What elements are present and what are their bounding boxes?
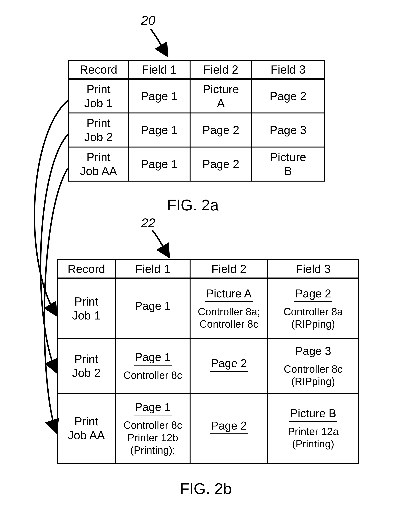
table-a-h0: Record <box>69 60 128 79</box>
table-b-r2-f2: Page 2 <box>190 393 268 463</box>
table-b-r2-f1-head: Page 1 <box>134 400 172 415</box>
table-b-r1-f3: Page 3 Controller 8c(RIPping) <box>268 338 359 393</box>
table-b-r1-record: PrintJob 2 <box>57 338 116 393</box>
table-a-r2-f1: Page 1 <box>128 147 190 181</box>
table-a-header-row: Record Field 1 Field 2 Field 3 <box>69 60 325 79</box>
table-b-r0-f3-detail: Controller 8a(RIPping) <box>284 306 343 331</box>
table-a-h3: Field 3 <box>252 60 325 79</box>
table-b-r0-f1-head: Page 1 <box>134 299 172 314</box>
table-a-r0-f3: Page 2 <box>252 79 325 113</box>
table-a-r1-f1: Page 1 <box>128 113 190 147</box>
table-b-r0-record: PrintJob 1 <box>57 278 116 338</box>
table-b-r1-f3-detail: Controller 8c(RIPping) <box>284 363 343 388</box>
table-b-row-1: PrintJob 2 Page 1 Controller 8c Page 2 P… <box>57 338 359 393</box>
table-b-row-0: PrintJob 1 Page 1 Picture A Controller 8… <box>57 278 359 338</box>
table-b-r0-f2-head: Picture A <box>205 287 253 302</box>
arrow-ref-20 <box>151 29 167 55</box>
ref-num-22: 22 <box>141 216 155 231</box>
table-b-r1-f3-head: Page 3 <box>294 344 332 359</box>
table-a-h2: Field 2 <box>190 60 252 79</box>
table-a-row-2: PrintJob AA Page 1 Page 2 PictureB <box>69 147 325 181</box>
table-b-r2-f1-detail: Controller 8cPrinter 12b(Printing); <box>123 419 182 456</box>
table-a-r0-f2: PictureA <box>190 79 252 113</box>
table-b-r2-f3-head: Picture B <box>289 407 337 422</box>
table-a-r1-record: PrintJob 2 <box>69 113 128 147</box>
table-b-h1: Field 1 <box>116 260 190 278</box>
table-b-h2: Field 2 <box>190 260 268 278</box>
table-b-r2-f2-head: Page 2 <box>210 419 248 434</box>
table-b-row-2: PrintJob AA Page 1 Controller 8cPrinter … <box>57 393 359 463</box>
table-a-r2-f3: PictureB <box>252 147 325 181</box>
table-b-r0-f2: Picture A Controller 8a;Controller 8c <box>190 278 268 338</box>
table-b-r0-f2-detail: Controller 8a;Controller 8c <box>198 306 260 331</box>
table-a-row-0: PrintJob 1 Page 1 PictureA Page 2 <box>69 79 325 113</box>
table-a-r1-f2: Page 2 <box>190 113 252 147</box>
table-fig-2b: Record Field 1 Field 2 Field 3 PrintJob … <box>57 259 359 464</box>
caption-fig-2b: FIG. 2b <box>180 480 232 498</box>
table-b-h3: Field 3 <box>268 260 359 278</box>
table-b-r0-f3-head: Page 2 <box>294 287 332 302</box>
table-b-r0-f3: Page 2 Controller 8a(RIPping) <box>268 278 359 338</box>
ref-num-20: 20 <box>141 13 155 28</box>
table-a-r2-f2: Page 2 <box>190 147 252 181</box>
table-b-r1-f1: Page 1 Controller 8c <box>116 338 190 393</box>
arrow-ref-22 <box>152 230 168 256</box>
table-b-r2-record: PrintJob AA <box>57 393 116 463</box>
table-fig-2a: Record Field 1 Field 2 Field 3 PrintJob … <box>68 60 325 182</box>
page: 20 Record Field 1 Field 2 Field 3 PrintJ… <box>0 0 418 532</box>
table-b-r1-f1-head: Page 1 <box>134 350 172 366</box>
table-b-r1-f1-detail: Controller 8c <box>123 369 182 382</box>
table-b-r2-f1: Page 1 Controller 8cPrinter 12b(Printing… <box>116 393 190 463</box>
table-b-r1-f2-head: Page 2 <box>210 356 248 372</box>
caption-fig-2a: FIG. 2a <box>167 196 219 214</box>
table-b-r2-f3: Picture B Printer 12a(Printing) <box>268 393 359 463</box>
table-b-r0-f1: Page 1 <box>116 278 190 338</box>
table-a-r0-record: PrintJob 1 <box>69 79 128 113</box>
table-a-r1-f3: Page 3 <box>252 113 325 147</box>
table-b-header-row: Record Field 1 Field 2 Field 3 <box>57 260 359 278</box>
table-b-h0: Record <box>57 260 116 278</box>
table-b-r2-f3-detail: Printer 12a(Printing) <box>288 425 338 450</box>
table-a-row-1: PrintJob 2 Page 1 Page 2 Page 3 <box>69 113 325 147</box>
table-a-h1: Field 1 <box>128 60 190 79</box>
table-a-r0-f1: Page 1 <box>128 79 190 113</box>
table-b-r1-f2: Page 2 <box>190 338 268 393</box>
table-a-r2-record: PrintJob AA <box>69 147 128 181</box>
